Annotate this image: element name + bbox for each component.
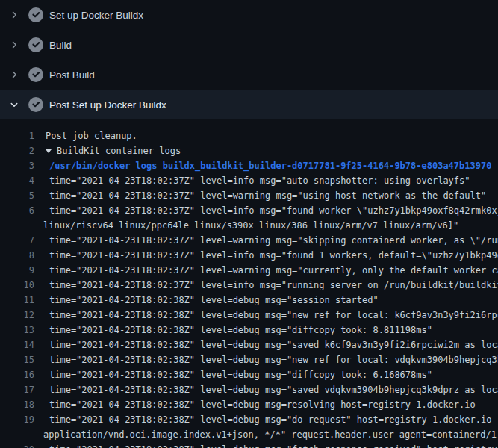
check-circle-icon (28, 37, 43, 52)
log-line: 3 /usr/bin/docker logs buildx_buildkit_b… (0, 158, 498, 173)
log-line: 8 time="2021-04-23T18:02:37Z" level=info… (0, 248, 498, 263)
chevron-right-icon (9, 10, 19, 19)
log-line-text: time="2021-04-23T18:02:38Z" level=debug … (49, 414, 498, 425)
log-line-number[interactable]: 14 (0, 337, 34, 352)
log-line: 14 time="2021-04-23T18:02:38Z" level=deb… (0, 337, 498, 352)
log-line-text: Post job cleanup. (46, 131, 137, 141)
log-line-number[interactable]: 18 (0, 397, 34, 412)
log-line-text: time="2021-04-23T18:02:37Z" level=warnin… (49, 235, 498, 246)
log-line-text: time="2021-04-23T18:02:38Z" level=debug … (49, 355, 498, 365)
log-line: 7 time="2021-04-23T18:02:37Z" level=warn… (0, 233, 498, 248)
log-line-text: /usr/bin/docker logs buildx_buildkit_bui… (49, 161, 491, 171)
log-line-content: time="2021-04-23T18:02:38Z" level=debug … (34, 442, 498, 448)
log-line-number[interactable]: 17 (0, 382, 34, 397)
log-line: 13 time="2021-04-23T18:02:38Z" level=deb… (0, 323, 498, 337)
log-line-text: time="2021-04-23T18:02:37Z" level=info m… (49, 280, 498, 290)
check-circle-icon (28, 7, 43, 22)
log-line-number[interactable]: 7 (0, 233, 34, 248)
log-line-text: time="2021-04-23T18:02:38Z" level=debug … (49, 444, 498, 448)
step-label: Build (49, 40, 72, 51)
log-line-content: time="2021-04-23T18:02:38Z" level=debug … (34, 397, 476, 412)
log-line-number[interactable]: 19 (0, 412, 34, 427)
log-line: 6 time="2021-04-23T18:02:37Z" level=info… (0, 203, 498, 218)
log-line: 9 time="2021-04-23T18:02:37Z" level=warn… (0, 263, 498, 278)
workflow-step-row-0[interactable]: Set up Docker Buildx (0, 0, 498, 30)
log-line-content: time="2021-04-23T18:02:37Z" level=warnin… (34, 263, 498, 278)
chevron-right-icon (9, 70, 19, 79)
chevron-down-icon (9, 100, 19, 109)
log-line-number[interactable] (0, 218, 34, 233)
log-line-text: time="2021-04-23T18:02:38Z" level=debug … (49, 370, 432, 380)
log-line-content: Post job cleanup. (34, 128, 137, 143)
log-line-text: BuildKit container logs (57, 146, 181, 156)
log-line: 20 time="2021-04-23T18:02:38Z" level=deb… (0, 442, 498, 448)
log-line-number[interactable]: 2 (0, 143, 34, 158)
log-line-number[interactable]: 16 (0, 367, 34, 382)
log-line-content: time="2021-04-23T18:02:38Z" level=debug … (34, 337, 498, 352)
log-line-text: time="2021-04-23T18:02:38Z" level=debug … (49, 310, 498, 320)
check-circle-icon (28, 67, 43, 82)
log-line-content: time="2021-04-23T18:02:38Z" level=debug … (34, 382, 498, 397)
log-line: 5 time="2021-04-23T18:02:37Z" level=warn… (0, 188, 498, 203)
log-line-number[interactable]: 9 (0, 263, 34, 278)
log-line: 18 time="2021-04-23T18:02:38Z" level=deb… (0, 397, 498, 412)
log-line-text: time="2021-04-23T18:02:37Z" level=info m… (49, 205, 498, 216)
log-line-content: time="2021-04-23T18:02:37Z" level=warnin… (34, 233, 498, 248)
log-line-content: BuildKit container logs (34, 143, 181, 158)
log-line-number[interactable]: 5 (0, 188, 34, 203)
workflow-step-row-2[interactable]: Post Build (0, 60, 498, 90)
log-line-content: time="2021-04-23T18:02:37Z" level=info m… (34, 203, 498, 218)
log-line-text: application/vnd.oci.image.index.v1+json,… (43, 429, 498, 440)
log-line-number[interactable]: 6 (0, 203, 34, 218)
log-line: application/vnd.oci.image.index.v1+json,… (0, 427, 498, 442)
log-line-number[interactable]: 20 (0, 442, 34, 448)
log-line-text: time="2021-04-23T18:02:38Z" level=debug … (49, 385, 498, 395)
log-area: 1 Post job cleanup. 2 BuildKit container… (0, 119, 498, 448)
log-line-text: time="2021-04-23T18:02:37Z" level=warnin… (49, 265, 498, 276)
log-line-number[interactable] (0, 427, 34, 442)
log-line: 10 time="2021-04-23T18:02:37Z" level=inf… (0, 278, 498, 293)
log-line: 4 time="2021-04-23T18:02:37Z" level=info… (0, 173, 498, 188)
log-line-content: time="2021-04-23T18:02:37Z" level=info m… (34, 248, 498, 263)
log-line-text: time="2021-04-23T18:02:38Z" level=debug … (49, 295, 379, 305)
workflow-step-row-1[interactable]: Build (0, 30, 498, 60)
log-line-number[interactable]: 10 (0, 278, 34, 293)
log-line-number[interactable]: 3 (0, 158, 34, 173)
step-label: Set up Docker Buildx (49, 10, 143, 21)
step-label: Post Set up Docker Buildx (49, 99, 166, 111)
log-line-number[interactable]: 13 (0, 323, 34, 337)
log-line-text: time="2021-04-23T18:02:38Z" level=debug … (49, 340, 498, 350)
log-line-text: time="2021-04-23T18:02:38Z" level=debug … (49, 399, 476, 410)
log-line: 15 time="2021-04-23T18:02:38Z" level=deb… (0, 352, 498, 367)
log-line: 12 time="2021-04-23T18:02:38Z" level=deb… (0, 308, 498, 323)
log-line-number[interactable]: 11 (0, 293, 34, 308)
workflow-step-row-3[interactable]: Post Set up Docker Buildx (0, 90, 498, 119)
log-line-number[interactable]: 1 (0, 128, 34, 143)
log-line-number[interactable]: 4 (0, 173, 34, 188)
log-line: 19 time="2021-04-23T18:02:38Z" level=deb… (0, 412, 498, 427)
check-circle-icon (28, 97, 43, 112)
log-line-text: time="2021-04-23T18:02:37Z" level=warnin… (49, 190, 486, 201)
log-line: 11 time="2021-04-23T18:02:38Z" level=deb… (0, 293, 498, 308)
log-line-content: time="2021-04-23T18:02:37Z" level=warnin… (34, 188, 486, 203)
log-line: linux/riscv64 linux/ppc64le linux/s390x … (0, 218, 498, 233)
group-toggle-triangle-icon[interactable] (46, 149, 52, 153)
log-line-content: application/vnd.oci.image.index.v1+json,… (34, 427, 498, 442)
log-line-content: time="2021-04-23T18:02:38Z" level=debug … (34, 308, 498, 323)
log-line: 2 BuildKit container logs (0, 143, 498, 158)
chevron-right-icon (9, 40, 19, 49)
log-line: 17 time="2021-04-23T18:02:38Z" level=deb… (0, 382, 498, 397)
log-line: 1 Post job cleanup. (0, 128, 498, 143)
log-line-text: time="2021-04-23T18:02:37Z" level=info m… (49, 250, 498, 261)
log-line-number[interactable]: 8 (0, 248, 34, 263)
log-line-text: time="2021-04-23T18:02:38Z" level=debug … (49, 325, 432, 335)
log-line-number[interactable]: 12 (0, 308, 34, 323)
log-line: 16 time="2021-04-23T18:02:38Z" level=deb… (0, 367, 498, 382)
log-line-content: time="2021-04-23T18:02:37Z" level=info m… (34, 278, 498, 293)
log-line-content: time="2021-04-23T18:02:38Z" level=debug … (34, 293, 379, 308)
log-line-number[interactable]: 15 (0, 352, 34, 367)
step-label: Post Build (49, 69, 95, 81)
workflow-steps-list: Set up Docker Buildx Build Post Build (0, 0, 498, 119)
log-line-content: time="2021-04-23T18:02:38Z" level=debug … (34, 352, 498, 367)
log-line-content: /usr/bin/docker logs buildx_buildkit_bui… (34, 158, 491, 173)
